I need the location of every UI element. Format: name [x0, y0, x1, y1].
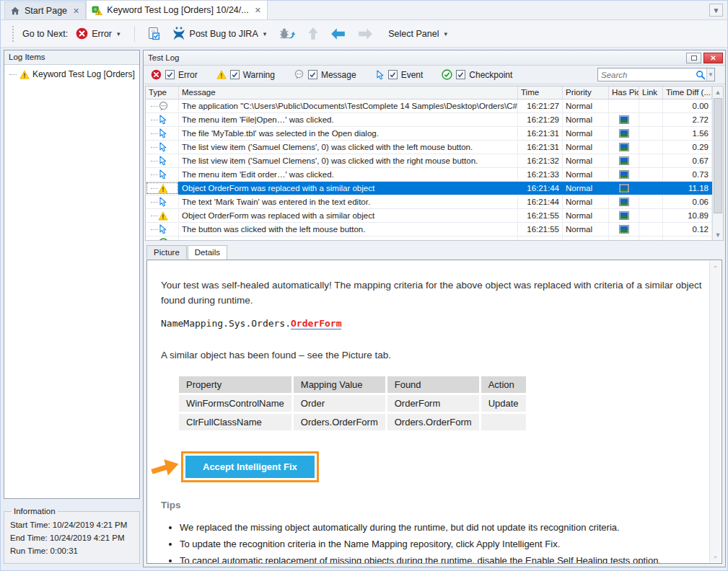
column-header[interactable]: Has Pict...: [609, 87, 639, 99]
close-tab-icon[interactable]: ✕: [71, 6, 79, 16]
filter-message-checkbox[interactable]: [308, 70, 317, 79]
picture-icon: [619, 211, 629, 220]
log-table-scrollbar[interactable]: ▲ ▼: [712, 87, 723, 240]
restore-panel-button[interactable]: [686, 53, 701, 63]
event-icon: [158, 115, 167, 125]
tree-item-keyword-test-log[interactable]: Keyword Test Log [Orders]: [6, 68, 138, 80]
filter-warning-checkbox[interactable]: [230, 70, 240, 79]
go-to-next-label: Go to Next:: [22, 29, 68, 39]
filter-event-checkbox[interactable]: [388, 70, 398, 79]
orderform-link[interactable]: OrderForm: [291, 318, 341, 329]
post-bug-to-jira-button[interactable]: Post Bug to JIRA ▾: [169, 25, 271, 43]
row-time-diff: 11.18: [663, 182, 712, 195]
row-type-cell: [146, 168, 179, 181]
tip-item: To cancel automatic replacement of missi…: [180, 554, 702, 564]
log-row[interactable]: Object OrderForm was replaced with a sim…: [146, 182, 712, 195]
prop-table-cell: WinFormsControlName: [179, 395, 291, 412]
close-tab-icon[interactable]: ✕: [253, 6, 261, 15]
self-heal-paragraph: Your test was self-healed automatically!…: [161, 278, 702, 308]
close-panel-button[interactable]: ✕: [703, 53, 723, 63]
log-row[interactable]: The menu item 'File|Open…' was clicked.1…: [146, 113, 712, 127]
row-time-diff: 0.73: [663, 168, 712, 181]
message-icon: [158, 101, 169, 112]
up-navigation-button[interactable]: [304, 25, 323, 43]
log-row[interactable]: The list view item ('Samuel Clemens', 0)…: [146, 141, 712, 154]
log-row[interactable]: The list view item ('Samuel Clemens', 0)…: [146, 154, 712, 168]
filter-error[interactable]: Error: [151, 69, 198, 80]
row-priority: Normal: [563, 168, 609, 181]
accept-intelligent-fix-button[interactable]: Accept Intelligent Fix: [185, 456, 315, 478]
log-row[interactable]: The text 'Mark Twain' was entered in the…: [146, 195, 712, 209]
filter-warning[interactable]: Warning: [216, 70, 275, 80]
log-row[interactable]: The menu item 'Edit order…' was clicked.…: [146, 168, 712, 182]
error-icon: [151, 69, 162, 80]
scroll-down-icon[interactable]: ⌄: [710, 549, 721, 561]
details-panel: Your test was self-healed automatically!…: [146, 260, 722, 564]
filter-error-label: Error: [178, 70, 198, 80]
details-scrollbar[interactable]: ⌃ ⌄: [709, 261, 721, 562]
log-row[interactable]: The application "C:\Users\Public\Documen…: [146, 99, 712, 113]
scroll-down-icon[interactable]: ▼: [713, 229, 723, 240]
bug-forward-icon: [279, 27, 296, 41]
details-content: Your test was self-healed automatically!…: [147, 260, 709, 563]
log-row[interactable]: [146, 236, 712, 241]
chevron-down-icon: ▼: [713, 6, 720, 14]
picture-icon: [619, 184, 629, 192]
forward-navigation-button[interactable]: [354, 25, 376, 43]
scroll-up-icon[interactable]: ⌃: [710, 262, 721, 274]
filter-message[interactable]: Message: [294, 69, 356, 80]
filter-checkpoint[interactable]: Checkpoint: [442, 69, 512, 80]
search-icon[interactable]: [696, 70, 706, 80]
column-header[interactable]: Priority: [563, 87, 609, 99]
scroll-up-icon[interactable]: ▲: [713, 87, 723, 97]
row-time: 16:21:33: [518, 168, 563, 181]
tab-details[interactable]: Details: [188, 245, 227, 260]
tree-branch: [151, 106, 158, 107]
checked-document-icon: [147, 27, 161, 40]
search-box[interactable]: ▼: [597, 68, 715, 81]
row-time-diff: 1.56: [663, 127, 712, 140]
log-row[interactable]: The button was clicked with the left mou…: [146, 223, 712, 236]
warning-icon: [158, 211, 168, 221]
column-header[interactable]: Time: [518, 87, 563, 99]
column-header[interactable]: Message: [179, 87, 518, 99]
tree-branch: [151, 147, 158, 148]
tab-start-page[interactable]: Start Page ✕: [4, 1, 86, 19]
filter-toggles: ErrorWarningMessageEventCheckpoint: [151, 69, 531, 80]
end-time-value: End Time: 10/24/2019 4:21 PM: [10, 534, 133, 542]
filter-event[interactable]: Event: [375, 70, 424, 80]
run-bug-tracking-icon-button[interactable]: [276, 25, 299, 43]
log-row[interactable]: The file 'MyTable.tbl' was selected in t…: [146, 127, 712, 141]
column-header[interactable]: Link: [639, 87, 663, 99]
row-time: 16:21:32: [518, 154, 563, 167]
row-message: The application "C:\Users\Public\Documen…: [179, 99, 518, 112]
checkpoint-icon: [158, 238, 169, 241]
prop-table-cell: OrderForm: [387, 395, 479, 412]
picture-icon: [619, 156, 629, 165]
tab-picture[interactable]: Picture: [146, 245, 187, 259]
scrollbar-thumb[interactable]: [714, 98, 722, 213]
row-time-diff: 0.67: [663, 154, 712, 167]
row-has-picture: [609, 127, 639, 140]
back-navigation-button[interactable]: [328, 25, 349, 43]
row-priority: Normal: [563, 99, 609, 112]
log-row[interactable]: Object OrderForm was replaced with a sim…: [146, 209, 712, 223]
tab-list-dropdown-button[interactable]: ▼: [709, 4, 723, 17]
tab-keyword-test-log[interactable]: Keyword Test Log [Orders] 10/24/... ✕: [86, 0, 268, 19]
post-bug-preview-button[interactable]: [144, 25, 164, 43]
toolbar-grip[interactable]: [12, 26, 14, 42]
row-link: [639, 195, 663, 208]
column-header[interactable]: Time Diff (...: [663, 87, 712, 99]
row-message: The list view item ('Samuel Clemens', 0)…: [179, 141, 518, 154]
chevron-down-icon: ▾: [442, 30, 449, 37]
row-type-cell: [146, 99, 179, 112]
search-input[interactable]: [598, 71, 696, 79]
orange-arrow-icon: [149, 453, 182, 480]
select-panel-button[interactable]: Select Panel ▾: [385, 27, 452, 41]
filter-checkpoint-checkbox[interactable]: [456, 70, 465, 79]
column-header[interactable]: Type: [146, 87, 179, 99]
filter-error-checkbox[interactable]: [165, 70, 175, 79]
search-options-dropdown[interactable]: ▼: [706, 68, 714, 81]
go-to-next-error-button[interactable]: Error ▾: [73, 25, 124, 42]
prop-table-cell[interactable]: Update: [481, 395, 526, 412]
